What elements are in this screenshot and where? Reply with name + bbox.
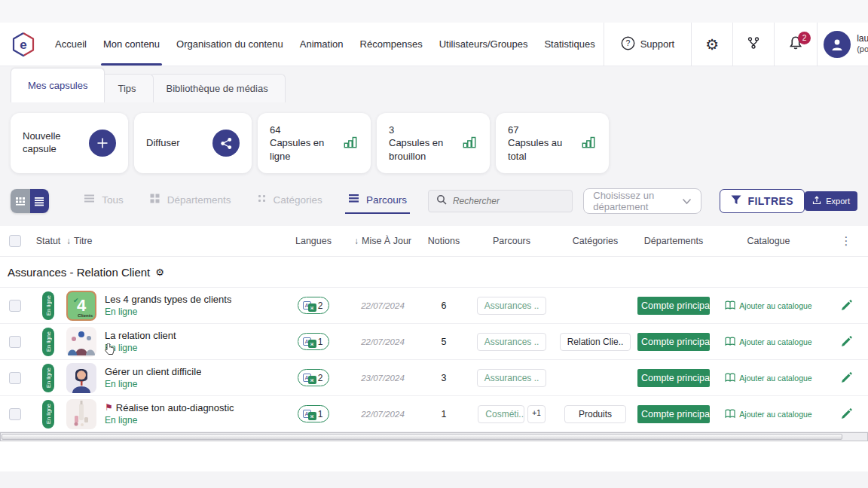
departement-chip[interactable]: Compte principal [637, 405, 710, 423]
capsule-title[interactable]: La relation client [105, 329, 176, 343]
header-catalogue[interactable]: Catalogue [747, 236, 790, 246]
row-checkbox[interactable] [9, 300, 21, 312]
export-button[interactable]: Export [805, 191, 857, 211]
user-subtitle: (pour Beedeez internal beta in! [857, 44, 868, 55]
grid-view-button[interactable] [11, 189, 30, 213]
tab-tips[interactable]: Tips [100, 74, 153, 102]
languages-badge[interactable]: Aж1 [298, 405, 330, 422]
notions-count: 5 [442, 337, 447, 347]
capsule-status-text: En ligne [105, 342, 176, 354]
new-capsule-card[interactable]: Nouvelle capsule [11, 113, 128, 173]
stat-card-online[interactable]: 64Capsules en ligne [258, 113, 371, 173]
capsule-title[interactable]: Les 4 grands types de clients [105, 293, 231, 307]
row-checkbox[interactable] [9, 408, 21, 420]
parcours-more-chip[interactable]: +1 [527, 405, 545, 423]
department-select[interactable]: Choisissez un département [583, 188, 701, 214]
header-titre[interactable]: Titre [74, 236, 93, 246]
settings-button[interactable]: ⚙ [692, 23, 732, 66]
stat-card-total[interactable]: 67Capsules au total [496, 113, 609, 173]
header-departements[interactable]: Départements [644, 236, 704, 246]
flag-icon: ⚑ [105, 401, 113, 413]
status-badge: En ligne [42, 400, 54, 429]
filters-button[interactable]: FILTRES [720, 189, 805, 213]
list-view-button[interactable] [30, 189, 50, 213]
capsules-table: Statut ↓Titre Langues ↓Mise À Jour Notio… [0, 226, 868, 441]
capsule-thumbnail[interactable]: ✔4Clients [66, 291, 96, 321]
avatar [824, 31, 851, 58]
updated-date: 22/07/2024 [361, 337, 405, 346]
filter-tab-categories[interactable]: Catégories [257, 194, 322, 209]
row-checkbox[interactable] [9, 336, 21, 348]
capsule-status-text: En ligne [105, 414, 234, 426]
kebab-menu-icon[interactable]: ⋮ [841, 234, 852, 248]
parcours-chip[interactable]: Assurances .. [477, 333, 547, 351]
parcours-chip[interactable]: Assurances .. [477, 369, 547, 387]
departement-chip[interactable]: Compte principal [637, 333, 710, 351]
add-to-catalogue-button[interactable]: Ajouter au catalogue [725, 373, 811, 383]
capsule-thumbnail[interactable] [66, 363, 96, 393]
header-categories[interactable]: Catégories [573, 236, 618, 246]
support-button[interactable]: ? Support [604, 23, 692, 66]
capsule-title[interactable]: Gérer un client difficile [105, 365, 201, 379]
header-statut[interactable]: Statut [36, 236, 61, 246]
capsule-thumbnail[interactable] [66, 399, 96, 429]
user-menu[interactable]: lauren.peres@beedeez.com (pour Beedeez i… [818, 23, 868, 66]
notions-count: 6 [442, 300, 447, 311]
updated-date: 23/07/2024 [361, 374, 405, 383]
capsule-title[interactable]: ⚑Réalise ton auto-diagnostic [105, 401, 234, 415]
select-all-checkbox[interactable] [9, 235, 21, 247]
nav-item-organisation-du-contenu[interactable]: Organisation du contenu [168, 23, 292, 66]
edit-button[interactable] [840, 408, 852, 420]
scrollbar-thumb[interactable] [2, 434, 842, 440]
header-mise-a-jour[interactable]: Mise À Jour [362, 236, 411, 246]
edit-button[interactable] [840, 336, 852, 348]
notifications-button[interactable]: 2 [775, 23, 817, 66]
tab-bibliotheque-de-medias[interactable]: Bibliothèque de médias [149, 74, 286, 102]
page: e Accueil Mon contenu Organisation du co… [0, 0, 868, 488]
parcours-chip[interactable]: Cosméti... [478, 405, 524, 423]
nav-item-accueil[interactable]: Accueil [47, 23, 95, 66]
stat-card-draft[interactable]: 3Capsules en brouillon [377, 113, 490, 173]
filter-tab-tous[interactable]: Tous [84, 193, 124, 209]
parcours-chip[interactable]: Assurances .. [477, 297, 547, 315]
departement-chip[interactable]: Compte principal [637, 297, 710, 315]
languages-badge[interactable]: Aж2 [298, 369, 330, 386]
filter-bar: Tous Départements Catégories Parcours Ch… [0, 175, 868, 214]
nav-item-utilisateurs-groupes[interactable]: Utilisateurs/Groupes [431, 23, 536, 66]
nav-item-animation[interactable]: Animation [292, 23, 352, 66]
header-notions[interactable]: Notions [428, 236, 460, 246]
header-langues[interactable]: Langues [295, 236, 332, 246]
row-checkbox[interactable] [9, 372, 21, 384]
categorie-chip[interactable]: Produits [564, 405, 626, 423]
nav-item-mon-contenu[interactable]: Mon contenu [95, 23, 168, 66]
filter-tab-parcours[interactable]: Parcours [348, 193, 407, 209]
filter-tab-departements[interactable]: Départements [149, 193, 231, 209]
dots-icon [257, 194, 267, 206]
nav-item-statistiques[interactable]: Statistiques [536, 23, 603, 66]
diffuse-card[interactable]: Diffuser [134, 113, 252, 173]
capsule-thumbnail[interactable] [66, 327, 96, 357]
edit-button[interactable] [840, 372, 852, 384]
notification-badge: 2 [798, 32, 811, 44]
nav-item-recompenses[interactable]: Récompenses [352, 23, 431, 66]
add-to-catalogue-button[interactable]: Ajouter au catalogue [725, 300, 811, 310]
beedeez-logo[interactable]: e [11, 32, 36, 57]
add-to-catalogue-button[interactable]: Ajouter au catalogue [725, 409, 811, 419]
group-settings-icon[interactable]: ⚙ [155, 267, 164, 278]
branch-icon [747, 36, 760, 53]
table-header-row: Statut ↓Titre Langues ↓Mise À Jour Notio… [0, 226, 868, 256]
languages-badge[interactable]: Aж2 [298, 297, 330, 314]
tab-mes-capsules[interactable]: Mes capsules [11, 68, 105, 102]
sort-desc-icon: ↓ [354, 236, 359, 246]
header-parcours[interactable]: Parcours [493, 236, 530, 246]
horizontal-scrollbar[interactable] [0, 432, 868, 441]
search-input[interactable] [453, 196, 564, 206]
updated-date: 22/07/2024 [361, 410, 405, 419]
integrations-button[interactable] [733, 23, 774, 66]
languages-badge[interactable]: Aж1 [298, 333, 330, 350]
table-row: En ligne Gérer un client difficile En li… [0, 360, 868, 396]
edit-button[interactable] [840, 300, 852, 312]
departement-chip[interactable]: Compte principal [637, 369, 710, 387]
add-to-catalogue-button[interactable]: Ajouter au catalogue [725, 337, 811, 346]
categorie-chip[interactable]: Relation Clie.. [560, 333, 631, 351]
